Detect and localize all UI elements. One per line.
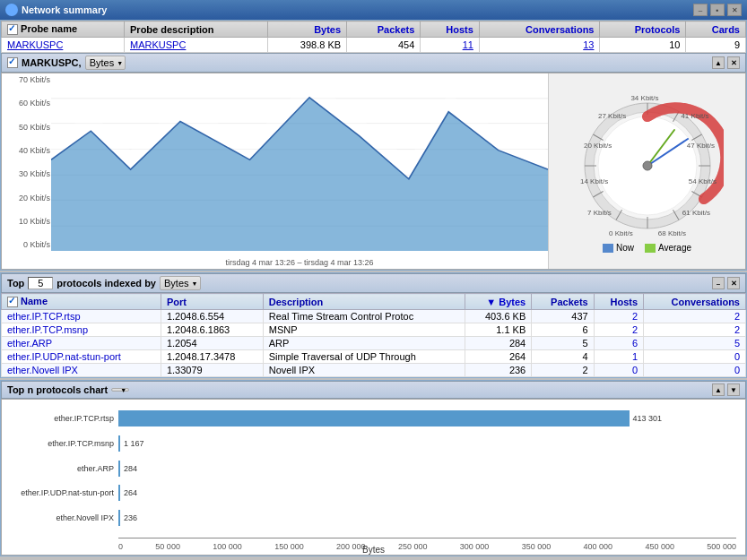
col-cards[interactable]: Cards	[686, 22, 746, 38]
proto-hosts[interactable]: 0	[594, 364, 643, 377]
top-label: Top	[7, 278, 24, 289]
proto-minimize-btn[interactable]: –	[712, 277, 725, 289]
col-conversations[interactable]: Conversations	[479, 22, 600, 38]
proto-desc: ARP	[263, 337, 465, 350]
proto-bytes: 264	[465, 350, 532, 364]
proto-conversations[interactable]: 2	[644, 310, 746, 323]
proto-port: 1.2048.6.554	[161, 310, 263, 323]
probe-checkbox[interactable]	[7, 24, 18, 35]
gauge-container: 34 Kbit/s 41 Kbit/s 47 Kbit/s 54 Kbit/s …	[571, 90, 724, 237]
proto-col-packets[interactable]: Packets	[532, 294, 594, 310]
proto-col-name[interactable]: Name	[2, 294, 161, 310]
bar-value: 413 301	[633, 414, 663, 423]
col-packets[interactable]: Packets	[347, 22, 421, 38]
proto-checkbox[interactable]	[7, 297, 18, 307]
bar-row: ether.IP.TCP.rtsp 413 301	[118, 409, 736, 428]
proto-conversations[interactable]: 0	[644, 364, 746, 377]
bar-chart-section: Top n protocols chart ▲ ▼ ether.IP.TCP.r…	[0, 380, 747, 556]
proto-col-port[interactable]: Port	[161, 294, 263, 310]
proto-conversations[interactable]: 2	[644, 323, 746, 337]
y-label-30: 30 Kbit/s	[4, 169, 50, 178]
gauge-legend: Now Average	[603, 243, 691, 253]
bar-label: ether.IP.TCP.rtsp	[6, 414, 114, 423]
legend-now: Now	[603, 243, 634, 253]
probe-row: MARKUSPC MARKUSPC 398.8 KB 454 11 13 10 …	[2, 38, 746, 53]
section-checkbox[interactable]	[7, 57, 18, 68]
y-label-60: 60 Kbit/s	[4, 99, 50, 108]
probe-packets: 454	[347, 38, 421, 53]
proto-port: 1.2048.6.1863	[161, 323, 263, 337]
bar-fill	[118, 485, 120, 501]
protocols-table: Name Port Description ▼ Bytes Packets Ho…	[1, 293, 746, 377]
bar-value: 284	[124, 464, 137, 473]
col-bytes[interactable]: Bytes	[268, 22, 347, 38]
probe-name[interactable]: MARKUSPC	[2, 38, 125, 53]
proto-port: 1.33079	[161, 364, 263, 377]
close-button[interactable]: ✕	[727, 4, 742, 16]
proto-name[interactable]: ether.Novell IPX	[2, 364, 161, 377]
proto-packets: 5	[532, 337, 594, 350]
bar-row: ether.IP.UDP.nat-stun-port 264	[118, 484, 736, 504]
col-hosts[interactable]: Hosts	[421, 22, 480, 38]
proto-bytes: 284	[465, 337, 532, 350]
minimize-button[interactable]: –	[693, 4, 708, 16]
bar-chart-label: Top n protocols chart	[7, 384, 108, 395]
proto-conversations[interactable]: 0	[644, 350, 746, 364]
proto-name[interactable]: ether.IP.UDP.nat-stun-port	[2, 350, 161, 364]
bar-row: ether.IP.TCP.msnp 1 167	[118, 434, 736, 453]
bar-label: ether.ARP	[6, 464, 114, 473]
proto-hosts[interactable]: 2	[594, 310, 643, 323]
proto-bytes: 403.6 KB	[465, 310, 532, 323]
section-up-btn[interactable]: ▲	[712, 56, 725, 69]
probe-cards: 9	[686, 38, 746, 53]
line-chart: 70 Kbit/s 60 Kbit/s 50 Kbit/s 40 Kbit/s …	[2, 73, 548, 269]
proto-hosts[interactable]: 1	[594, 350, 643, 364]
proto-hosts[interactable]: 2	[594, 323, 643, 337]
line-chart-svg	[51, 73, 548, 251]
probe-protocols: 10	[600, 38, 686, 53]
bar-chart-up-btn[interactable]: ▲	[712, 383, 725, 396]
probe-bytes: 398.8 KB	[268, 38, 347, 53]
probe-conversations[interactable]: 13	[479, 38, 600, 53]
x-axis-label: tirsdag 4 mar 13:26 – tirsdag 4 mar 13:2…	[51, 258, 548, 267]
col-protocols[interactable]: Protocols	[600, 22, 686, 38]
svg-text:61 Kbit/s: 61 Kbit/s	[682, 209, 709, 217]
svg-point-24	[643, 161, 652, 170]
svg-text:0 Kbit/s: 0 Kbit/s	[609, 229, 633, 237]
proto-name[interactable]: ether.IP.TCP.rtsp	[2, 310, 161, 323]
proto-name[interactable]: ether.ARP	[2, 337, 161, 350]
bar-chart-dropdown[interactable]	[111, 388, 129, 392]
bytes-dropdown[interactable]: Bytes	[85, 56, 126, 70]
section-x-btn[interactable]: ✕	[727, 56, 740, 69]
chart-svg-container	[51, 73, 548, 251]
bar-chart-down-btn[interactable]: ▼	[727, 383, 740, 396]
proto-conversations[interactable]: 5	[644, 337, 746, 350]
proto-bytes-dropdown[interactable]: Bytes	[160, 276, 201, 290]
svg-text:47 Kbit/s: 47 Kbit/s	[686, 142, 714, 150]
bar-value: 1 167	[124, 439, 144, 448]
legend-avg-label: Average	[658, 243, 691, 253]
proto-col-desc[interactable]: Description	[263, 294, 465, 310]
proto-hosts[interactable]: 6	[594, 337, 643, 350]
proto-row: ether.ARP 1.2054 ARP 284 5 6 5	[2, 337, 746, 350]
line-chart-area: 70 Kbit/s 60 Kbit/s 50 Kbit/s 40 Kbit/s …	[1, 73, 746, 270]
proto-x-btn[interactable]: ✕	[727, 277, 740, 289]
proto-name[interactable]: ether.IP.TCP.msnp	[2, 323, 161, 337]
proto-col-bytes[interactable]: ▼ Bytes	[465, 294, 532, 310]
bar-value: 264	[124, 488, 137, 497]
bar-chart-area: ether.IP.TCP.rtsp 413 301 ether.IP.TCP.m…	[1, 399, 746, 556]
proto-col-conversations[interactable]: Conversations	[644, 294, 746, 310]
col-probe-name[interactable]: Probe name	[2, 22, 125, 38]
y-axis: 70 Kbit/s 60 Kbit/s 50 Kbit/s 40 Kbit/s …	[2, 73, 51, 251]
title-bar: Network summary – ▪ ✕	[0, 0, 747, 20]
top-n-input[interactable]	[28, 277, 53, 289]
svg-text:27 Kbit/s: 27 Kbit/s	[598, 112, 626, 120]
bar-fill	[118, 510, 120, 526]
proto-col-hosts[interactable]: Hosts	[594, 294, 643, 310]
probe-description[interactable]: MARKUSPC	[125, 38, 268, 53]
col-probe-desc[interactable]: Probe description	[125, 22, 268, 38]
probe-hosts[interactable]: 11	[421, 38, 480, 53]
proto-port: 1.2048.17.3478	[161, 350, 263, 364]
resize-button[interactable]: ▪	[710, 4, 725, 16]
proto-packets: 2	[532, 364, 594, 377]
